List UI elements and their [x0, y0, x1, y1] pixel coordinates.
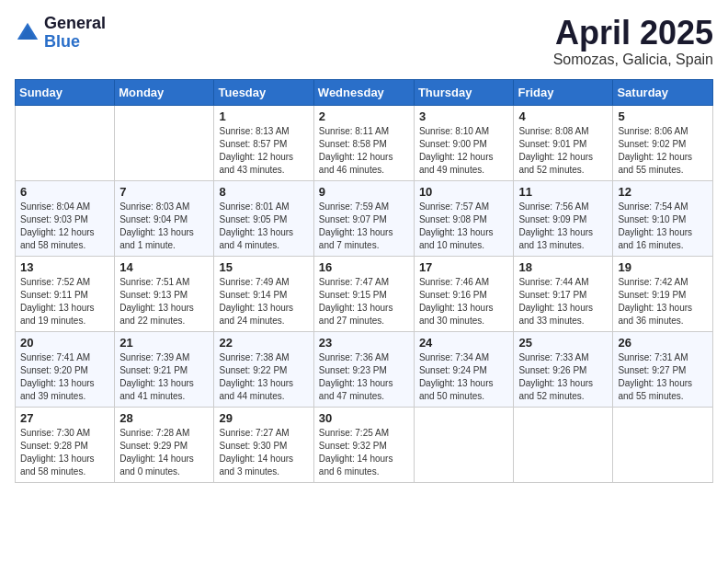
- day-info: Sunrise: 7:51 AM Sunset: 9:13 PM Dayligh…: [119, 276, 209, 327]
- day-info: Sunrise: 8:03 AM Sunset: 9:04 PM Dayligh…: [119, 201, 209, 252]
- calendar-cell: 9Sunrise: 7:59 AM Sunset: 9:07 PM Daylig…: [313, 180, 414, 256]
- calendar-cell: 3Sunrise: 8:10 AM Sunset: 9:00 PM Daylig…: [414, 105, 514, 180]
- day-info: Sunrise: 7:27 AM Sunset: 9:30 PM Dayligh…: [219, 427, 308, 478]
- day-info: Sunrise: 7:25 AM Sunset: 9:32 PM Dayligh…: [319, 427, 409, 478]
- calendar-cell: 7Sunrise: 8:03 AM Sunset: 9:04 PM Daylig…: [115, 180, 214, 256]
- calendar-cell: [613, 407, 713, 482]
- day-info: Sunrise: 7:41 AM Sunset: 9:20 PM Dayligh…: [20, 351, 109, 403]
- calendar-cell: 21Sunrise: 7:39 AM Sunset: 9:21 PM Dayli…: [115, 331, 214, 407]
- day-number: 16: [319, 260, 409, 274]
- calendar-week-row: 6Sunrise: 8:04 AM Sunset: 9:03 PM Daylig…: [16, 180, 713, 256]
- day-number: 9: [319, 185, 409, 199]
- day-info: Sunrise: 7:44 AM Sunset: 9:17 PM Dayligh…: [518, 276, 608, 327]
- calendar-week-row: 13Sunrise: 7:52 AM Sunset: 9:11 PM Dayli…: [16, 256, 713, 331]
- weekday-header-tuesday: Tuesday: [214, 79, 313, 105]
- calendar-cell: 10Sunrise: 7:57 AM Sunset: 9:08 PM Dayli…: [414, 180, 514, 256]
- calendar-cell: 23Sunrise: 7:36 AM Sunset: 9:23 PM Dayli…: [313, 331, 414, 407]
- day-number: 25: [518, 336, 608, 350]
- day-info: Sunrise: 8:13 AM Sunset: 8:57 PM Dayligh…: [219, 125, 308, 177]
- day-number: 4: [518, 109, 608, 123]
- logo-icon: [15, 20, 40, 46]
- calendar-week-row: 20Sunrise: 7:41 AM Sunset: 9:20 PM Dayli…: [16, 331, 713, 407]
- calendar-cell: 6Sunrise: 8:04 AM Sunset: 9:03 PM Daylig…: [16, 180, 115, 256]
- day-info: Sunrise: 7:59 AM Sunset: 9:07 PM Dayligh…: [319, 201, 409, 252]
- calendar-cell: 18Sunrise: 7:44 AM Sunset: 9:17 PM Dayli…: [514, 256, 613, 331]
- day-info: Sunrise: 7:34 AM Sunset: 9:24 PM Dayligh…: [419, 351, 509, 403]
- calendar-cell: [16, 105, 115, 180]
- calendar-cell: 2Sunrise: 8:11 AM Sunset: 8:58 PM Daylig…: [313, 105, 414, 180]
- day-info: Sunrise: 7:31 AM Sunset: 9:27 PM Dayligh…: [618, 351, 708, 403]
- day-info: Sunrise: 7:39 AM Sunset: 9:21 PM Dayligh…: [119, 351, 209, 403]
- calendar-cell: 17Sunrise: 7:46 AM Sunset: 9:16 PM Dayli…: [414, 256, 514, 331]
- day-info: Sunrise: 7:52 AM Sunset: 9:11 PM Dayligh…: [20, 276, 109, 327]
- day-number: 29: [219, 411, 308, 425]
- day-info: Sunrise: 8:06 AM Sunset: 9:02 PM Dayligh…: [618, 125, 708, 177]
- day-number: 19: [618, 260, 708, 274]
- day-info: Sunrise: 7:28 AM Sunset: 9:29 PM Dayligh…: [119, 427, 209, 478]
- title-area: April 2025 Somozas, Galicia, Spain: [553, 15, 713, 68]
- day-number: 6: [20, 185, 109, 199]
- calendar-cell: 29Sunrise: 7:27 AM Sunset: 9:30 PM Dayli…: [214, 407, 313, 482]
- day-number: 17: [419, 260, 509, 274]
- day-number: 22: [219, 336, 308, 350]
- day-info: Sunrise: 7:49 AM Sunset: 9:14 PM Dayligh…: [219, 276, 308, 327]
- day-info: Sunrise: 7:56 AM Sunset: 9:09 PM Dayligh…: [518, 201, 608, 252]
- day-info: Sunrise: 7:36 AM Sunset: 9:23 PM Dayligh…: [319, 351, 409, 403]
- logo: General Blue: [15, 15, 106, 52]
- day-number: 11: [518, 185, 608, 199]
- calendar-cell: 22Sunrise: 7:38 AM Sunset: 9:22 PM Dayli…: [214, 331, 313, 407]
- day-number: 7: [119, 185, 209, 199]
- day-info: Sunrise: 7:38 AM Sunset: 9:22 PM Dayligh…: [219, 351, 308, 403]
- logo-blue-text: Blue: [44, 33, 106, 52]
- day-number: 8: [219, 185, 308, 199]
- calendar-cell: 26Sunrise: 7:31 AM Sunset: 9:27 PM Dayli…: [613, 331, 713, 407]
- day-info: Sunrise: 8:10 AM Sunset: 9:00 PM Dayligh…: [419, 125, 509, 177]
- calendar-cell: 16Sunrise: 7:47 AM Sunset: 9:15 PM Dayli…: [313, 256, 414, 331]
- day-number: 13: [20, 260, 109, 274]
- header: General Blue April 2025 Somozas, Galicia…: [15, 15, 713, 68]
- calendar-cell: 30Sunrise: 7:25 AM Sunset: 9:32 PM Dayli…: [313, 407, 414, 482]
- weekday-header-wednesday: Wednesday: [313, 79, 414, 105]
- day-number: 5: [618, 109, 708, 123]
- day-info: Sunrise: 8:08 AM Sunset: 9:01 PM Dayligh…: [518, 125, 608, 177]
- calendar-cell: [514, 407, 613, 482]
- calendar-cell: 12Sunrise: 7:54 AM Sunset: 9:10 PM Dayli…: [613, 180, 713, 256]
- calendar-cell: 5Sunrise: 8:06 AM Sunset: 9:02 PM Daylig…: [613, 105, 713, 180]
- day-number: 12: [618, 185, 708, 199]
- weekday-header-saturday: Saturday: [613, 79, 713, 105]
- weekday-header-friday: Friday: [514, 79, 613, 105]
- day-info: Sunrise: 8:04 AM Sunset: 9:03 PM Dayligh…: [20, 201, 109, 252]
- calendar-cell: 19Sunrise: 7:42 AM Sunset: 9:19 PM Dayli…: [613, 256, 713, 331]
- calendar-cell: 8Sunrise: 8:01 AM Sunset: 9:05 PM Daylig…: [214, 180, 313, 256]
- calendar-cell: 24Sunrise: 7:34 AM Sunset: 9:24 PM Dayli…: [414, 331, 514, 407]
- day-number: 23: [319, 336, 409, 350]
- calendar-cell: 1Sunrise: 8:13 AM Sunset: 8:57 PM Daylig…: [214, 105, 313, 180]
- weekday-header-thursday: Thursday: [414, 79, 514, 105]
- day-info: Sunrise: 7:54 AM Sunset: 9:10 PM Dayligh…: [618, 201, 708, 252]
- month-title: April 2025: [553, 15, 713, 52]
- day-info: Sunrise: 8:01 AM Sunset: 9:05 PM Dayligh…: [219, 201, 308, 252]
- day-number: 28: [119, 411, 209, 425]
- day-number: 14: [119, 260, 209, 274]
- day-number: 3: [419, 109, 509, 123]
- calendar-cell: 14Sunrise: 7:51 AM Sunset: 9:13 PM Dayli…: [115, 256, 214, 331]
- day-number: 27: [20, 411, 109, 425]
- day-info: Sunrise: 7:33 AM Sunset: 9:26 PM Dayligh…: [518, 351, 608, 403]
- calendar-cell: 27Sunrise: 7:30 AM Sunset: 9:28 PM Dayli…: [16, 407, 115, 482]
- location-title: Somozas, Galicia, Spain: [553, 52, 713, 68]
- weekday-header-sunday: Sunday: [16, 79, 115, 105]
- day-number: 15: [219, 260, 308, 274]
- day-info: Sunrise: 7:47 AM Sunset: 9:15 PM Dayligh…: [319, 276, 409, 327]
- day-info: Sunrise: 7:30 AM Sunset: 9:28 PM Dayligh…: [20, 427, 109, 478]
- day-number: 21: [119, 336, 209, 350]
- day-number: 20: [20, 336, 109, 350]
- calendar-cell: [414, 407, 514, 482]
- calendar-cell: 11Sunrise: 7:56 AM Sunset: 9:09 PM Dayli…: [514, 180, 613, 256]
- day-number: 30: [319, 411, 409, 425]
- day-info: Sunrise: 7:42 AM Sunset: 9:19 PM Dayligh…: [618, 276, 708, 327]
- day-info: Sunrise: 7:57 AM Sunset: 9:08 PM Dayligh…: [419, 201, 509, 252]
- day-number: 1: [219, 109, 308, 123]
- weekday-header-row: SundayMondayTuesdayWednesdayThursdayFrid…: [16, 79, 713, 105]
- calendar-cell: [115, 105, 214, 180]
- day-number: 24: [419, 336, 509, 350]
